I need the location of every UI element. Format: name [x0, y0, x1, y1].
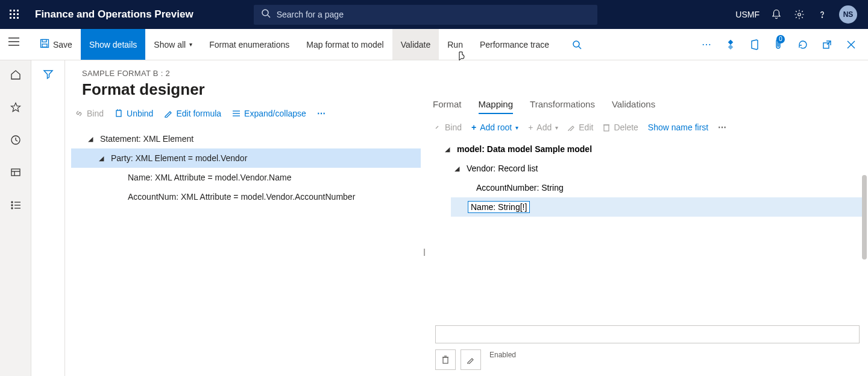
recent-icon[interactable]: [7, 132, 24, 148]
tree-row-statement[interactable]: ◢ Statement: XML Element: [71, 129, 421, 148]
unbind-button[interactable]: Unbind: [115, 109, 153, 118]
trash-icon[interactable]: [435, 349, 456, 370]
format-enumerations-button[interactable]: Format enumerations: [201, 29, 298, 60]
save-button[interactable]: Save: [31, 29, 81, 60]
main-content: SAMPLE FORMAT B : 2 Format designer Bind…: [65, 60, 868, 376]
mapping-panel: || Format Mapping Transformations Valida…: [427, 60, 868, 376]
performance-trace-button[interactable]: Performance trace: [471, 29, 558, 60]
svg-rect-2: [17, 10, 19, 11]
add-root-button[interactable]: + Add root ▾: [471, 123, 518, 132]
mapping-label: Vendor: Record list: [467, 164, 538, 173]
scrollbar[interactable]: [862, 175, 867, 260]
star-icon[interactable]: [7, 99, 24, 116]
home-icon[interactable]: [7, 66, 24, 83]
tab-transformations[interactable]: Transformations: [530, 95, 595, 114]
property-input[interactable]: [435, 325, 860, 343]
search-placeholder: Search for a page: [277, 10, 344, 19]
svg-rect-6: [10, 17, 11, 19]
svg-point-12: [822, 17, 822, 18]
bind-button[interactable]: Bind: [75, 109, 104, 118]
mapping-row-name[interactable]: Name: String[!]: [451, 197, 862, 217]
pencil-icon[interactable]: [461, 349, 481, 370]
modules-icon[interactable]: [7, 197, 24, 214]
edit-button[interactable]: Edit: [568, 123, 593, 132]
show-all-button[interactable]: Show all ▾: [145, 29, 201, 60]
svg-rect-45: [443, 357, 448, 363]
tree-row-accountnum[interactable]: AccountNum: XML Attribute = model.Vendor…: [71, 187, 421, 206]
map-format-to-model-button[interactable]: Map format to model: [298, 29, 392, 60]
svg-point-35: [11, 208, 13, 209]
svg-rect-28: [11, 169, 20, 176]
expand-collapse-button[interactable]: Expand/collapse: [232, 109, 306, 118]
format-toolbar: Bind Unbind Edit formula Expand/collapse…: [65, 99, 427, 124]
header-right: USMF NS: [735, 5, 868, 24]
help-icon[interactable]: [816, 8, 828, 21]
run-button[interactable]: Run: [439, 29, 471, 60]
add-button[interactable]: + Add ▾: [528, 123, 558, 132]
chevron-down-icon: ▾: [555, 124, 558, 131]
svg-point-31: [11, 202, 13, 203]
workspace-icon[interactable]: [7, 164, 24, 181]
mapping-bind-button[interactable]: Bind: [433, 123, 462, 132]
plus-icon: +: [471, 123, 476, 132]
bottom-row: Enabled: [427, 349, 868, 376]
tab-validations[interactable]: Validations: [612, 95, 655, 114]
tab-format[interactable]: Format: [433, 95, 462, 114]
map-format-label: Map format to model: [306, 40, 383, 49]
svg-rect-5: [17, 13, 19, 15]
bell-icon[interactable]: [770, 8, 782, 21]
perf-trace-label: Performance trace: [480, 40, 549, 49]
svg-point-19: [573, 41, 579, 47]
delete-button[interactable]: Delete: [603, 123, 638, 132]
mapping-row-model[interactable]: ◢ model: Data model Sample model: [433, 139, 862, 159]
search-command-icon[interactable]: [566, 29, 588, 60]
add-label: Add: [536, 123, 552, 132]
popout-icon[interactable]: [816, 29, 838, 60]
tree-row-name[interactable]: Name: XML Attribute = model.Vendor.Name: [71, 168, 421, 187]
company-code[interactable]: USMF: [735, 10, 760, 19]
svg-rect-21: [728, 40, 733, 45]
filter-icon[interactable]: [43, 69, 54, 376]
svg-rect-18: [42, 44, 47, 47]
global-search[interactable]: Search for a page: [254, 5, 597, 25]
mapping-row-vendor[interactable]: ◢ Vendor: Record list: [433, 159, 862, 178]
page-header: SAMPLE FORMAT B : 2 Format designer: [65, 60, 427, 99]
more-commands-icon[interactable]: ⋯: [696, 29, 717, 60]
attachments-icon[interactable]: 0: [768, 29, 790, 60]
close-icon[interactable]: [840, 29, 862, 60]
svg-rect-1: [13, 10, 15, 11]
svg-point-33: [11, 205, 13, 206]
plus-icon: +: [528, 123, 533, 132]
app-title: Finance and Operations Preview: [35, 8, 193, 21]
tab-mapping[interactable]: Mapping: [479, 95, 514, 114]
tree-label: Statement: XML Element: [100, 134, 193, 144]
show-name-first-button[interactable]: Show name first: [648, 123, 708, 132]
mapping-toolbar: Bind + Add root ▾ + Add ▾ Edit Delete Sh: [427, 114, 868, 137]
split-handle-icon[interactable]: ||: [423, 247, 424, 256]
mapping-label: Name: String[!]: [468, 201, 530, 213]
command-bar-right: ⋯ 0: [696, 29, 868, 60]
left-nav-rail: [0, 60, 31, 376]
show-details-label: Show details: [89, 40, 137, 49]
tree-row-party[interactable]: ◢ Party: XML Element = model.Vendor: [71, 148, 421, 168]
mapping-label: model: Data model Sample model: [457, 144, 592, 154]
save-icon: [40, 39, 49, 50]
office-icon[interactable]: [744, 29, 766, 60]
waffle-icon[interactable]: [0, 0, 29, 29]
delete-label: Delete: [614, 123, 638, 132]
mapping-more-icon[interactable]: ⋯: [718, 123, 728, 132]
svg-line-10: [268, 15, 270, 18]
refresh-icon[interactable]: [792, 29, 814, 60]
more-toolbar-icon[interactable]: ⋯: [317, 109, 327, 118]
gear-icon[interactable]: [793, 8, 805, 21]
avatar[interactable]: NS: [839, 5, 857, 24]
nav-hamburger-icon[interactable]: [8, 37, 19, 48]
mapping-tree[interactable]: ◢ model: Data model Sample model ◢ Vendo…: [427, 137, 868, 217]
mapping-row-account[interactable]: AccountNumber: String: [433, 178, 862, 197]
bind-label: Bind: [87, 109, 104, 118]
show-details-button[interactable]: Show details: [81, 29, 145, 60]
validate-button[interactable]: Validate: [392, 29, 439, 60]
diamond-icon[interactable]: [720, 29, 741, 60]
edit-formula-button[interactable]: Edit formula: [164, 109, 221, 118]
format-tree[interactable]: ◢ Statement: XML Element ◢ Party: XML El…: [65, 124, 427, 206]
